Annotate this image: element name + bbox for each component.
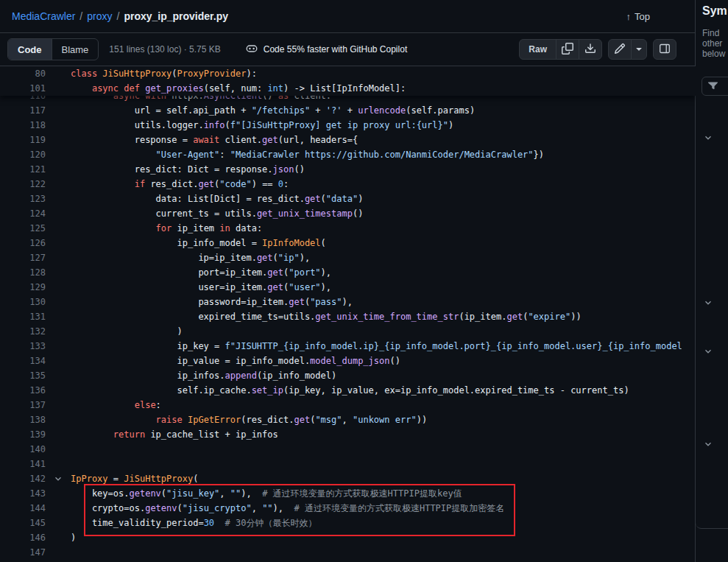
- file-view-main: MediaCrawler / proxy / proxy_ip_provider…: [0, 0, 696, 562]
- code-line: 126 ip_info_model = IpInfoModel(: [0, 236, 696, 250]
- download-button[interactable]: [579, 39, 602, 60]
- symbols-desc-line: other: [702, 38, 725, 49]
- line-number[interactable]: 125: [0, 221, 46, 236]
- line-number[interactable]: 140: [0, 442, 46, 457]
- copilot-banner[interactable]: Code 55% faster with GitHub Copilot: [246, 43, 407, 57]
- code-text: current_ts = utils.get_unix_timestamp(): [71, 208, 363, 219]
- code-text: "User-Agent": "MediaCrawler https://gith…: [71, 150, 544, 160]
- line-number[interactable]: 132: [0, 324, 46, 339]
- code-text: self.ip_cache.set_ip(ip_key, ip_value, e…: [71, 385, 629, 396]
- code-line: 119 response = await client.get(url, hea…: [0, 133, 696, 147]
- line-number[interactable]: 135: [0, 368, 46, 383]
- line-number[interactable]: 120: [0, 147, 46, 162]
- scroll-to-top-button[interactable]: ↑ Top: [622, 10, 654, 23]
- copy-button[interactable]: [556, 39, 579, 60]
- copy-icon: [562, 43, 573, 57]
- collapse-chevron-icon[interactable]: [53, 474, 63, 484]
- code-line: 118 utils.logger.info(f"[JiSuHttpProxy] …: [0, 118, 696, 133]
- code-text: key=os.getenv("jisu_key", ""), # 通过环境变量的…: [71, 488, 462, 499]
- code-text: ip=ip_item.get("ip"),: [71, 253, 310, 263]
- symbol-expand-chevron-icon[interactable]: [703, 439, 713, 449]
- code-line: 143 key=os.getenv("jisu_key", ""), # 通过环…: [0, 486, 696, 501]
- symbol-expand-chevron-icon[interactable]: [703, 133, 713, 143]
- code-text: else:: [71, 400, 161, 410]
- code-line: 138 raise IpGetError(res_dict.get("msg",…: [0, 412, 696, 427]
- panel-layout-icon: [659, 43, 671, 57]
- code-line: 146): [0, 530, 696, 545]
- code-line: 128 port=ip_item.get("port"),: [0, 265, 696, 280]
- line-number[interactable]: 133: [0, 339, 46, 354]
- code-line: 127 ip=ip_item.get("ip"),: [0, 250, 696, 265]
- edit-dropdown-button[interactable]: [631, 39, 647, 60]
- filter-funnel-icon: [708, 80, 718, 93]
- line-number[interactable]: 127: [0, 250, 46, 265]
- code-text: url = self.api_path + "/fetchips" + '?' …: [71, 105, 475, 116]
- line-number[interactable]: 124: [0, 206, 46, 221]
- line-number[interactable]: 126: [0, 236, 46, 250]
- line-number[interactable]: 143: [0, 486, 46, 501]
- line-number[interactable]: 119: [0, 133, 46, 147]
- code-line: 142IpProxy = JiSuHttpProxy(: [0, 471, 696, 486]
- line-number[interactable]: 145: [0, 516, 46, 530]
- line-number[interactable]: 141: [0, 457, 46, 471]
- edit-button-group: [608, 39, 647, 60]
- line-number[interactable]: 80: [0, 66, 46, 81]
- line-number[interactable]: 101: [0, 81, 46, 96]
- code-text: ip_info_model = IpInfoModel(: [71, 238, 326, 248]
- code-text: response = await client.get(url, headers…: [71, 135, 358, 145]
- code-line: 141: [0, 457, 696, 471]
- symbol-expand-chevron-icon[interactable]: [703, 346, 713, 356]
- line-number[interactable]: 122: [0, 177, 46, 192]
- breadcrumb-separator: /: [79, 10, 82, 22]
- line-number[interactable]: 134: [0, 354, 46, 368]
- code-viewer: 116 async with httpx.AsyncClient() as cl…: [0, 66, 696, 562]
- code-line: 131 expired_time_ts=utils.get_unix_time_…: [0, 309, 696, 324]
- symbols-panel-toggle-button[interactable]: [653, 39, 676, 60]
- tab-blame[interactable]: Blame: [52, 39, 99, 60]
- line-number[interactable]: 144: [0, 501, 46, 516]
- github-code-view: MediaCrawler / proxy / proxy_ip_provider…: [0, 0, 728, 562]
- code-text: async def get_proxies(self, num: int) ->…: [71, 83, 406, 94]
- code-text: ): [71, 533, 76, 543]
- code-blame-switcher: Code Blame: [7, 38, 99, 60]
- line-number[interactable]: 118: [0, 118, 46, 133]
- line-number[interactable]: 147: [0, 545, 46, 560]
- line-number[interactable]: 137: [0, 398, 46, 412]
- code-line: 117 url = self.api_path + "/fetchips" + …: [0, 103, 696, 118]
- code-text: ip_infos.append(ip_info_model): [71, 370, 336, 381]
- line-number[interactable]: 121: [0, 162, 46, 177]
- copilot-banner-text: Code 55% faster with GitHub Copilot: [264, 44, 407, 55]
- line-number[interactable]: 129: [0, 280, 46, 295]
- symbol-expand-chevron-icon[interactable]: [703, 298, 713, 308]
- code-line: 123 data: List[Dict] = res_dict.get("dat…: [0, 192, 696, 206]
- download-icon: [584, 43, 596, 57]
- edit-button[interactable]: [608, 39, 632, 60]
- triangle-down-icon: [633, 43, 645, 57]
- symbols-panel-title: Sym: [702, 4, 727, 18]
- line-number[interactable]: 146: [0, 530, 46, 545]
- line-number[interactable]: 136: [0, 383, 46, 398]
- line-number[interactable]: 123: [0, 192, 46, 206]
- line-number[interactable]: 128: [0, 265, 46, 280]
- symbols-panel: Sym Find other below: [695, 0, 728, 562]
- raw-button[interactable]: Raw: [519, 39, 556, 60]
- tab-code[interactable]: Code: [8, 39, 52, 60]
- code-line: 132 ): [0, 324, 696, 339]
- line-number[interactable]: 130: [0, 295, 46, 309]
- breadcrumb-dir-link[interactable]: proxy: [87, 10, 112, 22]
- line-number[interactable]: 138: [0, 412, 46, 427]
- line-number[interactable]: 131: [0, 309, 46, 324]
- file-stats: 151 lines (130 loc) · 5.75 KB: [109, 44, 220, 55]
- code-line: 140: [0, 442, 696, 457]
- code-line: 124 current_ts = utils.get_unix_timestam…: [0, 206, 696, 221]
- code-line: 121 res_dict: Dict = response.json(): [0, 162, 696, 177]
- line-number[interactable]: 142: [0, 471, 46, 486]
- symbols-filter-input[interactable]: [702, 77, 728, 96]
- breadcrumb-repo-link[interactable]: MediaCrawler: [12, 10, 75, 22]
- code-text: IpProxy = JiSuHttpProxy(: [71, 474, 198, 484]
- symbols-desc-line: Find: [702, 28, 725, 38]
- code-line: 145 time_validity_period=30 # 30分钟（最长时效）: [0, 516, 696, 530]
- line-number[interactable]: 139: [0, 427, 46, 442]
- line-number[interactable]: 117: [0, 103, 46, 118]
- code-text: ip_value = ip_info_model.model_dump_json…: [71, 356, 400, 366]
